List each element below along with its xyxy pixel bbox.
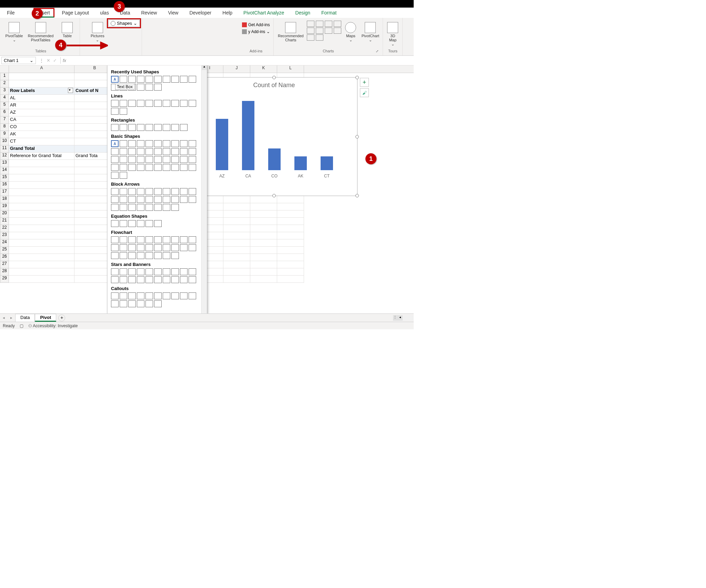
shape-item[interactable]: [180, 100, 188, 107]
cell[interactable]: [9, 196, 74, 203]
shape-item[interactable]: [137, 140, 144, 147]
chart-type-grid[interactable]: [307, 21, 341, 41]
shape-item[interactable]: [120, 220, 127, 227]
shape-item[interactable]: [163, 100, 170, 107]
shape-item[interactable]: [137, 292, 144, 299]
row-header[interactable]: 5: [0, 102, 9, 109]
shape-item[interactable]: [163, 148, 170, 155]
bar-AK[interactable]: [294, 156, 307, 170]
cell[interactable]: [223, 225, 250, 232]
shape-item[interactable]: [111, 252, 119, 259]
shape-item[interactable]: [145, 236, 153, 243]
shape-item[interactable]: [154, 236, 162, 243]
shape-item[interactable]: [180, 76, 188, 83]
shape-item[interactable]: [189, 268, 196, 275]
shape-item[interactable]: [154, 220, 162, 227]
shape-item[interactable]: [111, 100, 119, 107]
shape-item[interactable]: [154, 196, 162, 203]
shape-item[interactable]: [120, 204, 127, 211]
shape-item[interactable]: [163, 164, 170, 171]
pivot-chart-object[interactable]: Count of Name AZCACOAKCT: [191, 77, 357, 196]
shape-item[interactable]: [137, 84, 144, 91]
shape-item[interactable]: [145, 164, 153, 171]
cell[interactable]: [250, 232, 277, 239]
shape-item[interactable]: [145, 252, 153, 259]
shape-item[interactable]: [128, 276, 136, 283]
row-header[interactable]: 13: [0, 160, 9, 167]
menu-tab-pivotchart-analyze[interactable]: PivotChart Analyze: [240, 9, 288, 17]
cell[interactable]: [277, 210, 304, 218]
cell[interactable]: [277, 247, 304, 254]
sheet-tab-data[interactable]: Data: [15, 314, 35, 322]
enter-icon[interactable]: ✓: [53, 58, 57, 63]
shape-item[interactable]: [111, 108, 119, 115]
row-header[interactable]: 20: [0, 210, 9, 218]
shape-item[interactable]: [154, 84, 162, 91]
cell[interactable]: [277, 276, 304, 283]
menu-tab-ulas[interactable]: ulas: [97, 9, 112, 17]
cell[interactable]: [223, 247, 250, 254]
maps-button[interactable]: Maps⌄: [343, 21, 359, 42]
shape-item[interactable]: [171, 100, 179, 107]
cell[interactable]: [9, 189, 74, 196]
shape-item[interactable]: [171, 124, 179, 131]
shape-item[interactable]: [163, 236, 170, 243]
shape-item[interactable]: [128, 100, 136, 107]
shape-item[interactable]: [137, 76, 144, 83]
shape-item[interactable]: [137, 276, 144, 283]
shape-item[interactable]: [128, 140, 136, 147]
cell[interactable]: [223, 218, 250, 225]
shape-item[interactable]: [128, 148, 136, 155]
shape-item[interactable]: [120, 188, 127, 195]
shape-item[interactable]: [120, 76, 127, 83]
shape-item[interactable]: [128, 204, 136, 211]
shape-item[interactable]: [120, 292, 127, 299]
sheet-tab-pivot[interactable]: Pivot: [35, 314, 56, 322]
shape-item[interactable]: [189, 196, 196, 203]
cell[interactable]: [9, 174, 74, 182]
shape-item[interactable]: [189, 292, 196, 299]
cell[interactable]: [250, 276, 277, 283]
add-sheet-button[interactable]: +: [58, 314, 65, 321]
shape-item[interactable]: [137, 244, 144, 251]
cell[interactable]: Row Labels: [9, 87, 74, 95]
shape-item[interactable]: [137, 220, 144, 227]
shape-item[interactable]: [120, 172, 127, 179]
shape-item[interactable]: [111, 124, 119, 131]
charts-dialog-launcher[interactable]: ⤢: [374, 49, 380, 53]
shape-item[interactable]: [137, 148, 144, 155]
shape-item[interactable]: [111, 148, 119, 155]
shape-item[interactable]: [171, 252, 179, 259]
shape-item[interactable]: [180, 188, 188, 195]
shape-item[interactable]: [154, 188, 162, 195]
cell[interactable]: [277, 203, 304, 210]
shape-item[interactable]: [120, 196, 127, 203]
shape-item[interactable]: [163, 252, 170, 259]
cell[interactable]: [9, 239, 74, 247]
shape-item[interactable]: [154, 124, 162, 131]
shape-item[interactable]: [154, 268, 162, 275]
shape-item[interactable]: [171, 156, 179, 163]
sheet-nav-prev[interactable]: ◂: [0, 316, 8, 320]
bar-CT[interactable]: [321, 156, 333, 170]
pivotchart-button[interactable]: PivotChart⌄: [360, 21, 381, 42]
shape-item[interactable]: [171, 292, 179, 299]
shape-item[interactable]: [163, 140, 170, 147]
shape-item[interactable]: [137, 300, 144, 307]
shape-item[interactable]: [120, 140, 127, 147]
shape-item[interactable]: [163, 196, 170, 203]
shape-item[interactable]: [145, 140, 153, 147]
shape-item[interactable]: [163, 268, 170, 275]
formula-bar[interactable]: fx: [60, 57, 414, 64]
row-header[interactable]: 7: [0, 116, 9, 124]
row-header[interactable]: 10: [0, 138, 9, 145]
cell[interactable]: Grand Total: [9, 145, 74, 153]
cell[interactable]: [223, 254, 250, 261]
shape-item[interactable]: [145, 196, 153, 203]
shape-item[interactable]: [145, 268, 153, 275]
menu-tab-hidden[interactable]: [22, 12, 29, 14]
shape-item[interactable]: [145, 156, 153, 163]
row-header[interactable]: 15: [0, 174, 9, 182]
cell[interactable]: [250, 218, 277, 225]
recommended-pivottables-button[interactable]: Recommended PivotTables: [26, 21, 56, 42]
